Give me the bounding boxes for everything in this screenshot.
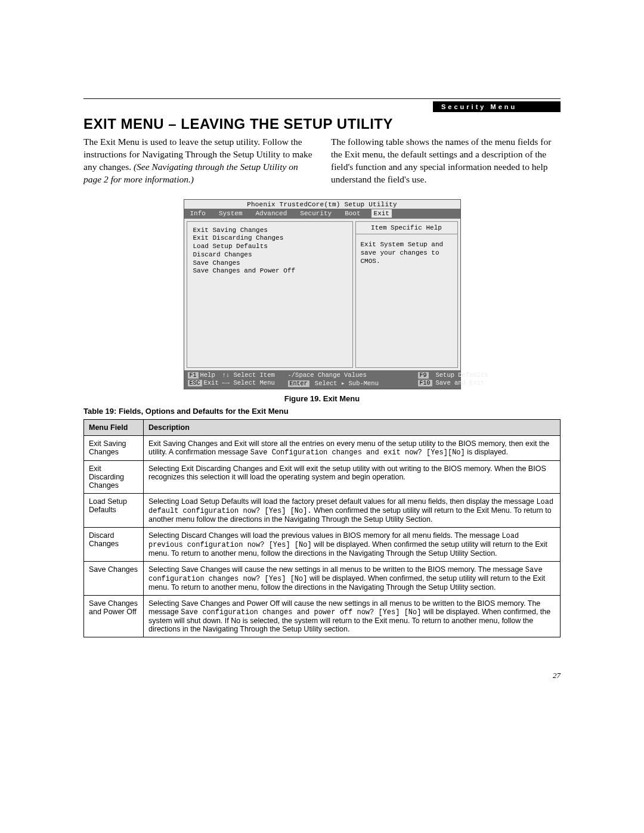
top-rule bbox=[83, 98, 561, 99]
table-row: Discard ChangesSelecting Discard Changes… bbox=[84, 527, 561, 561]
bios-tab-info: Info bbox=[188, 209, 208, 218]
key-updown-label: Select Item bbox=[233, 371, 274, 379]
intro-right-column: The following table shows the names of t… bbox=[331, 136, 561, 186]
bios-tab-system: System bbox=[216, 209, 245, 218]
bios-tab-exit: Exit bbox=[371, 209, 392, 218]
desc-text: Selecting Discard Changes will load the … bbox=[148, 531, 501, 540]
row-field: Save Changes and Power Off bbox=[84, 595, 144, 637]
bios-title: Phoenix TrustedCore(tm) Setup Utility bbox=[184, 200, 460, 209]
bios-help-body: Exit System Setup and save your changes … bbox=[355, 234, 458, 368]
key-f9: F9 bbox=[418, 372, 429, 379]
desc-text-post: is displayed. bbox=[465, 448, 508, 456]
key-enter-label: Select ▸ Sub-Menu bbox=[315, 380, 379, 387]
bios-help-header: Item Specific Help bbox=[355, 221, 458, 234]
bios-item-load-defaults: Load Setup Defaults bbox=[193, 243, 346, 251]
bios-item-save-changes: Save Changes bbox=[193, 259, 346, 268]
section-header-tag: Security Menu bbox=[433, 101, 561, 112]
row-field: Load Setup Defaults bbox=[84, 493, 144, 527]
key-enter: Enter bbox=[288, 380, 309, 387]
row-field: Discard Changes bbox=[84, 527, 144, 561]
col-description: Description bbox=[144, 419, 561, 435]
bios-footer: F1Help ↑↓ Select Item -/Space Change Val… bbox=[184, 370, 460, 389]
intro-left-column: The Exit Menu is used to leave the setup… bbox=[83, 136, 313, 186]
bios-tab-security: Security bbox=[298, 209, 334, 218]
key-f10-label: Save and Exit bbox=[436, 379, 488, 386]
fields-table: Menu Field Description Exit Saving Chang… bbox=[83, 419, 561, 637]
bios-tab-advanced: Advanced bbox=[253, 209, 290, 218]
table-row: Exit Discarding ChangesSelecting Exit Di… bbox=[84, 460, 561, 493]
bios-item-exit-discarding: Exit Discarding Changes bbox=[193, 234, 346, 243]
row-description: Selecting Discard Changes will load the … bbox=[144, 527, 561, 561]
key-updown: ↑↓ bbox=[222, 371, 230, 379]
page-title: EXIT MENU – LEAVING THE SETUP UTILITY bbox=[83, 116, 561, 132]
desc-text: Selecting Exit Discarding Changes and Ex… bbox=[148, 465, 546, 481]
row-description: Selecting Exit Discarding Changes and Ex… bbox=[144, 460, 561, 493]
bios-item-save-poweroff: Save Changes and Power Off bbox=[193, 267, 346, 275]
key-space-label: Change Values bbox=[318, 371, 367, 379]
desc-code: Save configuration changes and power off… bbox=[181, 608, 421, 617]
key-f1-label: Help bbox=[200, 371, 215, 379]
table-row: Exit Saving ChangesExit Saving Changes a… bbox=[84, 435, 561, 460]
desc-code: Save Configuration changes and exit now?… bbox=[250, 448, 465, 457]
key-esc: ESC bbox=[188, 380, 202, 386]
figure-caption: Figure 19. Exit Menu bbox=[83, 394, 561, 403]
bios-tab-boot: Boot bbox=[342, 209, 363, 218]
bios-item-exit-saving: Exit Saving Changes bbox=[193, 227, 346, 235]
table-row: Load Setup DefaultsSelecting Load Setup … bbox=[84, 493, 561, 527]
key-f1: F1 bbox=[188, 372, 199, 379]
row-field: Exit Discarding Changes bbox=[84, 460, 144, 493]
row-field: Exit Saving Changes bbox=[84, 435, 144, 460]
row-description: Selecting Load Setup Defaults will load … bbox=[144, 493, 561, 527]
key-f10: F10 bbox=[418, 380, 432, 386]
table-caption: Table 19: Fields, Options and Defaults f… bbox=[83, 407, 561, 416]
bios-tab-bar: Info System Advanced Security Boot Exit bbox=[184, 209, 460, 218]
row-field: Save Changes bbox=[84, 561, 144, 595]
bios-screenshot: Phoenix TrustedCore(tm) Setup Utility In… bbox=[184, 199, 461, 389]
page-number: 27 bbox=[553, 671, 561, 680]
bios-item-discard-changes: Discard Changes bbox=[193, 251, 346, 259]
bios-menu-pane: Exit Saving Changes Exit Discarding Chan… bbox=[187, 221, 353, 368]
key-space: -/Space bbox=[288, 371, 314, 379]
col-menu-field: Menu Field bbox=[84, 419, 144, 435]
row-description: Exit Saving Changes and Exit will store … bbox=[144, 435, 561, 460]
desc-text: Selecting Save Changes will cause the ne… bbox=[148, 565, 525, 574]
table-row: Save Changes and Power OffSelecting Save… bbox=[84, 595, 561, 637]
key-leftright-label: Select Menu bbox=[233, 379, 274, 386]
desc-text: Selecting Load Setup Defaults will load … bbox=[148, 497, 536, 506]
key-f9-label: Setup Defaults bbox=[436, 371, 488, 379]
row-description: Selecting Save Changes and Power Off wil… bbox=[144, 595, 561, 637]
row-description: Selecting Save Changes will cause the ne… bbox=[144, 561, 561, 595]
table-row: Save ChangesSelecting Save Changes will … bbox=[84, 561, 561, 595]
key-leftright: ←→ bbox=[222, 379, 230, 386]
key-esc-label: Exit bbox=[204, 379, 219, 386]
